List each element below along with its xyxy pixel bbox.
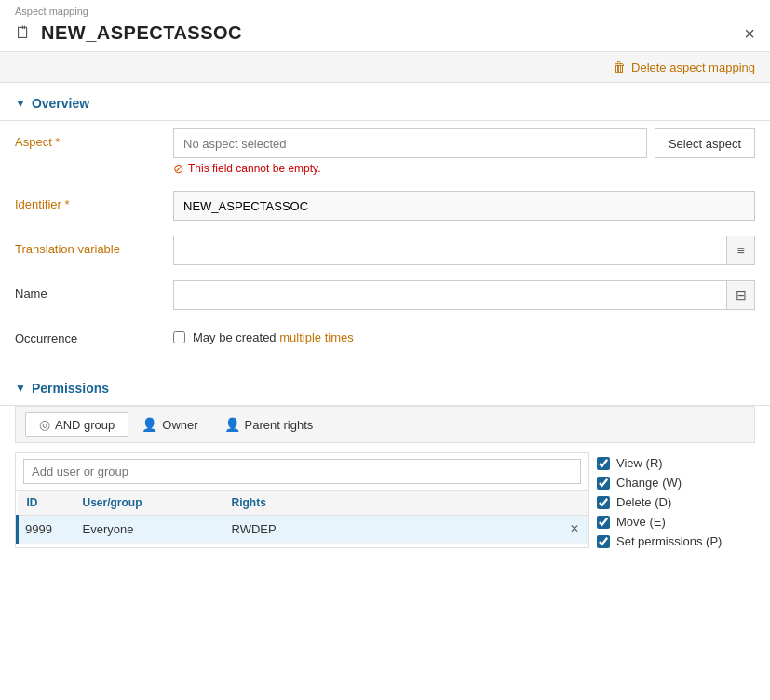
- title-left: 🗒 NEW_ASPECTASSOC: [15, 22, 242, 44]
- delete-label: Delete aspect mapping: [631, 61, 755, 74]
- page-title: NEW_ASPECTASSOC: [41, 22, 242, 44]
- permissions-table-header: ID User/group Rights: [18, 491, 589, 516]
- overview-section-header[interactable]: ▼ Overview: [0, 83, 770, 120]
- col-header-user: User/group: [74, 491, 223, 516]
- identifier-control: [173, 191, 755, 221]
- user-group-search-wrap: [16, 453, 588, 491]
- col-header-rights: Rights: [223, 491, 589, 516]
- user-group-search-input[interactable]: [23, 459, 581, 484]
- right-set-permissions-checkbox[interactable]: [597, 535, 610, 548]
- name-input-group: ⊟: [173, 280, 755, 310]
- close-button[interactable]: ×: [744, 24, 755, 43]
- right-delete[interactable]: Delete (D): [597, 495, 755, 509]
- breadcrumb: Aspect mapping: [0, 0, 770, 19]
- permissions-main: ID User/group Rights 9999 Everyone RWDEP…: [15, 452, 755, 548]
- permissions-left-panel: ID User/group Rights 9999 Everyone RWDEP…: [15, 452, 589, 548]
- right-view-checkbox[interactable]: [597, 457, 610, 470]
- row-remove-button[interactable]: ✕: [570, 522, 579, 535]
- tab-owner-label: Owner: [162, 418, 197, 432]
- occurrence-text: May be created multiple times: [193, 330, 354, 344]
- identifier-field-row: Identifier *: [15, 183, 755, 228]
- translation-input[interactable]: [174, 239, 726, 262]
- occurrence-control: May be created multiple times: [173, 325, 755, 344]
- permissions-tabs: ◎ AND group 👤 Owner 👤 Parent rights: [15, 406, 755, 443]
- title-bar: 🗒 NEW_ASPECTASSOC ×: [0, 19, 770, 52]
- error-icon: ⊘: [173, 161, 184, 176]
- aspect-error-text: This field cannot be empty.: [188, 162, 321, 175]
- permissions-table: ID User/group Rights 9999 Everyone RWDEP…: [16, 491, 588, 544]
- col-header-id: ID: [18, 491, 74, 516]
- name-control: ⊟: [173, 280, 755, 310]
- overview-chevron: ▼: [15, 97, 26, 110]
- tab-and-group[interactable]: ◎ AND group: [25, 412, 128, 437]
- right-change-checkbox[interactable]: [597, 477, 610, 490]
- occurrence-checkbox[interactable]: [173, 331, 185, 343]
- aspect-field-row: Aspect * Select aspect ⊘ This field cann…: [15, 121, 755, 183]
- delete-icon: 🗑: [613, 60, 626, 74]
- permissions-section: ◎ AND group 👤 Owner 👤 Parent rights: [0, 406, 770, 563]
- title-icon: 🗒: [15, 23, 32, 43]
- aspect-input[interactable]: [173, 128, 647, 158]
- translation-icon-btn[interactable]: ≡: [726, 236, 754, 264]
- row-rights: RWDEP ✕: [223, 516, 589, 544]
- right-delete-checkbox[interactable]: [597, 496, 610, 509]
- breadcrumb-text: Aspect mapping: [15, 6, 88, 17]
- name-field-row: Name ⊟: [15, 273, 755, 317]
- right-change[interactable]: Change (W): [597, 476, 755, 490]
- right-set-permissions[interactable]: Set permissions (P): [597, 534, 755, 548]
- identifier-input[interactable]: [173, 191, 755, 221]
- right-change-label: Change (W): [616, 476, 682, 490]
- right-move-checkbox[interactable]: [597, 516, 610, 529]
- permissions-section-header[interactable]: ▼ Permissions: [0, 368, 770, 405]
- aspect-input-group: Select aspect: [173, 128, 755, 158]
- and-group-icon: ◎: [39, 417, 50, 432]
- occurrence-text-before: May be created: [193, 330, 279, 344]
- translation-control: ≡: [173, 236, 755, 265]
- right-set-permissions-label: Set permissions (P): [616, 534, 722, 548]
- translation-label: Translation variable: [15, 236, 173, 256]
- overview-form: Aspect * Select aspect ⊘ This field cann…: [0, 121, 770, 368]
- name-save-icon: ⊟: [736, 288, 747, 303]
- occurrence-label: Occurrence: [15, 325, 173, 345]
- table-row[interactable]: 9999 Everyone RWDEP ✕: [18, 516, 589, 544]
- parent-rights-icon: 👤: [224, 417, 240, 432]
- occurrence-row: May be created multiple times: [173, 325, 755, 344]
- rights-checkboxes: View (R) Change (W) Delete (D) Move (E) …: [597, 452, 755, 548]
- overview-section-title: Overview: [32, 96, 89, 111]
- aspect-control: Select aspect ⊘ This field cannot be emp…: [173, 128, 755, 176]
- select-aspect-button[interactable]: Select aspect: [655, 128, 755, 158]
- right-view-label: View (R): [616, 456, 663, 470]
- right-move-label: Move (E): [616, 515, 666, 529]
- permissions-chevron: ▼: [15, 382, 26, 395]
- tab-owner[interactable]: 👤 Owner: [128, 413, 210, 436]
- permissions-section-title: Permissions: [32, 381, 109, 396]
- name-label: Name: [15, 280, 173, 301]
- right-delete-label: Delete (D): [616, 495, 671, 509]
- tab-parent-rights-label: Parent rights: [245, 418, 314, 432]
- tab-parent-rights[interactable]: 👤 Parent rights: [211, 413, 327, 436]
- delete-button[interactable]: 🗑 Delete aspect mapping: [613, 60, 755, 74]
- tab-and-group-label: AND group: [55, 418, 115, 432]
- owner-icon: 👤: [142, 417, 157, 432]
- row-user: Everyone: [74, 516, 223, 544]
- translation-list-icon: ≡: [736, 243, 744, 258]
- right-move[interactable]: Move (E): [597, 515, 755, 529]
- identifier-label: Identifier *: [15, 191, 173, 211]
- name-input[interactable]: [174, 284, 726, 307]
- occurrence-text-highlight: multiple times: [279, 330, 353, 344]
- row-id: 9999: [18, 516, 74, 544]
- occurrence-field-row: Occurrence May be created multiple times: [15, 317, 755, 353]
- aspect-label: Aspect *: [15, 128, 173, 149]
- right-view[interactable]: View (R): [597, 456, 755, 470]
- toolbar: 🗑 Delete aspect mapping: [0, 52, 770, 83]
- name-icon-btn[interactable]: ⊟: [726, 281, 754, 309]
- main-panel: Aspect mapping 🗒 NEW_ASPECTASSOC × 🗑 Del…: [0, 0, 770, 700]
- translation-field-row: Translation variable ≡: [15, 228, 755, 273]
- translation-input-group: ≡: [173, 236, 755, 265]
- aspect-error: ⊘ This field cannot be empty.: [173, 161, 755, 176]
